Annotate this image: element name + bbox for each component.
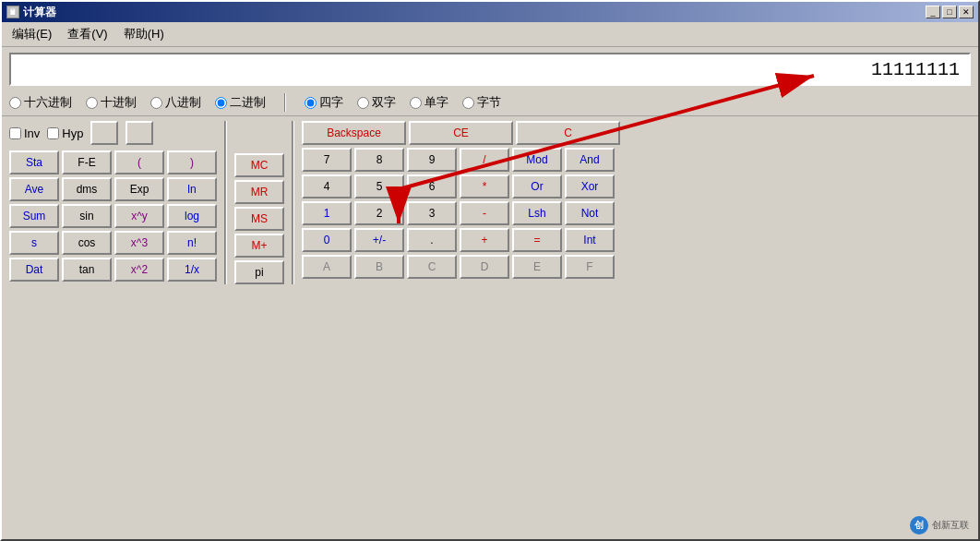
- display: 11111111: [9, 53, 971, 86]
- radio-qword[interactable]: 四字: [305, 94, 343, 111]
- right-panel: Backspace CE C 7 8 9 / Mod And 4 5 6 * O…: [302, 121, 620, 284]
- menu-bar: 编辑(E) 查看(V) 帮助(H): [2, 22, 978, 47]
- btn-mplus[interactable]: M+: [234, 234, 284, 258]
- btn-mul[interactable]: *: [460, 174, 509, 198]
- btn-1[interactable]: 1: [302, 201, 352, 225]
- btn-9[interactable]: 9: [407, 148, 457, 172]
- btn-or[interactable]: Or: [512, 174, 562, 198]
- btn-rpar[interactable]: ): [167, 150, 217, 174]
- btn-2[interactable]: 2: [354, 201, 404, 225]
- btn-exp[interactable]: Exp: [114, 177, 164, 201]
- btn-sum[interactable]: Sum: [9, 204, 59, 228]
- btn-8[interactable]: 8: [354, 148, 404, 172]
- btn-x2[interactable]: x^2: [114, 258, 164, 282]
- btn-c[interactable]: C: [516, 121, 620, 145]
- btn-pi[interactable]: pi: [234, 260, 284, 284]
- btn-b[interactable]: B: [354, 255, 404, 279]
- inv-checkbox[interactable]: [9, 127, 21, 139]
- maximize-button[interactable]: □: [942, 6, 957, 18]
- extra-btn-1[interactable]: [90, 121, 118, 145]
- btn-x3[interactable]: x^3: [114, 231, 164, 255]
- btn-sin[interactable]: sin: [62, 204, 112, 228]
- btn-cos[interactable]: cos: [62, 231, 112, 255]
- minimize-button[interactable]: _: [926, 6, 940, 18]
- btn-div[interactable]: /: [460, 148, 509, 172]
- num-grid: 7 8 9 / Mod And 4 5 6 * Or Xor 1 2 3 - L…: [302, 148, 620, 279]
- btn-ave[interactable]: Ave: [9, 177, 59, 201]
- btn-xy[interactable]: x^y: [114, 204, 164, 228]
- btn-sta[interactable]: Sta: [9, 150, 59, 174]
- calculator-window: 🖩 计算器 _ □ ✕ 编辑(E) 查看(V) 帮助(H) 11111111 十…: [0, 0, 980, 541]
- btn-recip[interactable]: 1/x: [167, 258, 217, 282]
- radio-row: 十六进制 十进制 八进制 二进制 四字 双字 单字 字节: [2, 90, 978, 116]
- title-bar-left: 🖩 计算器: [6, 5, 56, 20]
- menu-edit[interactable]: 编辑(E): [6, 24, 57, 44]
- panel-divider-2: [292, 121, 294, 284]
- btn-d[interactable]: D: [460, 255, 509, 279]
- btn-c-hex[interactable]: C: [407, 255, 457, 279]
- btn-dot[interactable]: .: [407, 228, 457, 252]
- btn-log[interactable]: log: [167, 204, 217, 228]
- btn-lsh[interactable]: Lsh: [512, 201, 562, 225]
- radio-dword[interactable]: 双字: [357, 94, 396, 111]
- btn-ce[interactable]: CE: [409, 121, 513, 145]
- watermark-logo: 创: [910, 516, 928, 535]
- title-bar: 🖩 计算器 _ □ ✕: [2, 2, 978, 22]
- btn-f[interactable]: F: [565, 255, 615, 279]
- btn-lpar[interactable]: (: [114, 150, 164, 174]
- btn-ms[interactable]: MS: [234, 207, 284, 231]
- inv-hyp-row: Inv Hyp: [9, 121, 217, 145]
- panel-divider-1: [224, 121, 227, 284]
- btn-3[interactable]: 3: [407, 201, 457, 225]
- radio-word[interactable]: 单字: [410, 94, 448, 111]
- calc-body: Inv Hyp Sta F-E ( ) Ave dms Exp ln Sum: [2, 116, 978, 289]
- extra-btn-2[interactable]: [125, 121, 153, 145]
- btn-5[interactable]: 5: [354, 174, 404, 198]
- btn-s[interactable]: s: [9, 231, 59, 255]
- btn-sub[interactable]: -: [460, 201, 509, 225]
- btn-mc[interactable]: MC: [234, 153, 284, 177]
- btn-6[interactable]: 6: [407, 174, 457, 198]
- btn-dat[interactable]: Dat: [9, 258, 59, 282]
- menu-help[interactable]: 帮助(H): [118, 24, 170, 44]
- watermark-text: 创新互联: [932, 519, 969, 532]
- btn-mr[interactable]: MR: [234, 180, 284, 204]
- inv-checkbox-group[interactable]: Inv: [9, 126, 40, 140]
- btn-mod[interactable]: Mod: [512, 148, 562, 172]
- watermark: 创 创新互联: [910, 516, 969, 535]
- left-panel: Inv Hyp Sta F-E ( ) Ave dms Exp ln Sum: [9, 121, 217, 284]
- radio-bin[interactable]: 二进制: [215, 94, 266, 111]
- btn-plusminus[interactable]: +/-: [354, 228, 404, 252]
- radio-hex[interactable]: 十六进制: [9, 94, 72, 111]
- radio-oct[interactable]: 八进制: [150, 94, 201, 111]
- btn-and[interactable]: And: [565, 148, 615, 172]
- btn-7[interactable]: 7: [302, 148, 352, 172]
- inv-label: Inv: [24, 126, 40, 140]
- btn-nfact[interactable]: n!: [167, 231, 217, 255]
- app-icon: 🖩: [6, 6, 19, 18]
- btn-fe[interactable]: F-E: [62, 150, 112, 174]
- btn-int[interactable]: Int: [565, 228, 615, 252]
- window-title: 计算器: [23, 5, 56, 20]
- btn-xor[interactable]: Xor: [565, 174, 615, 198]
- btn-eq[interactable]: =: [512, 228, 562, 252]
- btn-tan[interactable]: tan: [62, 258, 112, 282]
- btn-0[interactable]: 0: [302, 228, 352, 252]
- btn-backspace[interactable]: Backspace: [302, 121, 406, 145]
- close-button[interactable]: ✕: [959, 6, 974, 18]
- menu-view[interactable]: 查看(V): [62, 24, 113, 44]
- display-value: 11111111: [871, 59, 960, 80]
- btn-a[interactable]: A: [302, 255, 352, 279]
- btn-add[interactable]: +: [460, 228, 509, 252]
- btn-4[interactable]: 4: [302, 174, 352, 198]
- btn-ln[interactable]: ln: [167, 177, 217, 201]
- btn-dms[interactable]: dms: [62, 177, 112, 201]
- hyp-label: Hyp: [62, 126, 83, 140]
- btn-e[interactable]: E: [512, 255, 562, 279]
- hyp-checkbox[interactable]: [47, 127, 59, 139]
- hyp-checkbox-group[interactable]: Hyp: [47, 126, 83, 140]
- radio-dec[interactable]: 十进制: [86, 94, 137, 111]
- btn-not[interactable]: Not: [565, 201, 615, 225]
- radio-byte[interactable]: 字节: [462, 94, 501, 111]
- title-buttons: _ □ ✕: [926, 6, 974, 18]
